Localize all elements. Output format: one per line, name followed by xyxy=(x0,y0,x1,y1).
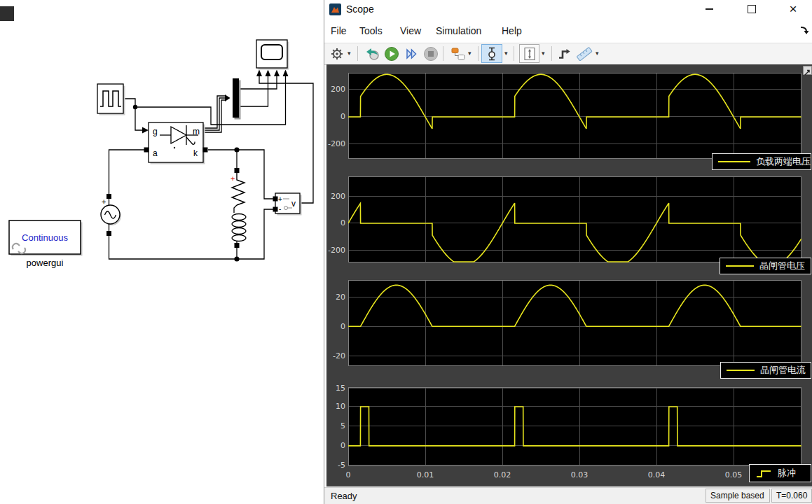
pulse-generator-block[interactable] xyxy=(97,84,125,115)
span-y-axis-button[interactable] xyxy=(519,44,539,63)
legend-pulse[interactable]: 脉冲 xyxy=(749,464,811,482)
menu-file[interactable]: File xyxy=(331,25,347,36)
settings-gear-icon xyxy=(329,46,345,62)
y-tick-label: 15 xyxy=(324,384,345,393)
span-y-axis-icon xyxy=(521,46,538,62)
simulink-hierarchy-button[interactable] xyxy=(449,45,467,62)
legend-line-sample xyxy=(726,265,754,267)
rlc-bottom-port xyxy=(235,243,240,248)
rlc-branch-block[interactable]: + xyxy=(230,168,246,248)
status-ready-text: Ready xyxy=(331,491,357,501)
x-tick-label: 0.04 xyxy=(642,470,670,479)
window-title: Scope xyxy=(346,4,374,15)
matlab-scope-icon xyxy=(329,4,341,15)
measurements-button[interactable] xyxy=(574,45,593,62)
span-dropdown-caret[interactable]: ▾ xyxy=(542,50,545,57)
maximize-button[interactable] xyxy=(743,1,761,17)
menubar-pin-icon[interactable] xyxy=(799,25,810,36)
ac-voltage-source-block[interactable]: + xyxy=(101,194,121,236)
menu-tools[interactable]: Tools xyxy=(359,25,383,36)
trigger-icon xyxy=(556,46,573,62)
x-tick-label: 0.05 xyxy=(720,470,748,479)
y-tick-label: 20 xyxy=(324,293,345,302)
x-tick-label: 0 xyxy=(334,470,362,479)
status-sample-mode: Sample based xyxy=(706,489,770,503)
settings-button[interactable] xyxy=(328,45,345,62)
port-label-a: a xyxy=(153,148,158,158)
scope-titlebar[interactable] xyxy=(324,0,812,20)
powergui-mode-text: Continuous xyxy=(22,232,68,243)
simulink-model-canvas[interactable]: g a m k xyxy=(0,0,324,504)
rlc-plus-label: + xyxy=(230,174,235,183)
y-tick-label: -200 xyxy=(324,139,345,148)
thyristor-block[interactable]: g a m k xyxy=(144,122,208,164)
legend-label: 晶闸管电压 xyxy=(759,260,805,272)
scope-block[interactable] xyxy=(256,40,289,70)
vmeter-plus-label: + xyxy=(278,195,282,203)
cursor-measurements-icon xyxy=(483,46,500,62)
y-tick-label: 0 xyxy=(324,322,345,331)
run-button[interactable] xyxy=(383,45,400,62)
vmeter-v-label: v xyxy=(291,199,296,209)
vmeter-minus-label: - xyxy=(279,205,281,213)
x-tick-label: 0.03 xyxy=(565,470,593,479)
legend-line-sample xyxy=(727,370,755,371)
y-tick-label: 0 xyxy=(324,218,345,227)
scope-plot-2[interactable] xyxy=(348,176,801,262)
step-back-icon xyxy=(364,46,381,62)
scope-plot-4[interactable] xyxy=(348,387,801,466)
port-square-a xyxy=(144,148,149,153)
step-back-button[interactable] xyxy=(364,45,381,62)
legend-thyristor-voltage[interactable]: 晶闸管电压 xyxy=(720,258,811,274)
simulink-hierarchy-icon xyxy=(450,46,467,62)
voltage-measurement-block[interactable]: + - v xyxy=(273,193,302,216)
y-tick-label: 200 xyxy=(324,192,345,201)
cursor-measurements-button[interactable] xyxy=(481,44,502,63)
hierarchy-dropdown-caret[interactable]: ▾ xyxy=(468,50,472,57)
x-tick-label: 0.02 xyxy=(488,470,516,479)
legend-label: 晶闸管电流 xyxy=(760,364,806,377)
settings-dropdown-caret[interactable]: ▾ xyxy=(347,50,351,57)
y-tick-label: 5 xyxy=(324,421,345,430)
y-tick-label: 0 xyxy=(324,112,345,121)
stop-icon xyxy=(422,46,439,62)
source-bottom-port xyxy=(106,231,111,236)
legend-load-voltage[interactable]: 负载两端电压 xyxy=(712,153,811,170)
rlc-top-port xyxy=(235,168,240,173)
stop-button[interactable] xyxy=(422,45,439,62)
inductor-icon xyxy=(232,214,246,241)
legend-line-sample xyxy=(718,161,750,162)
screen: g a m k xyxy=(0,0,812,504)
close-button[interactable]: × xyxy=(784,1,802,17)
menu-simulation[interactable]: Simulation xyxy=(436,25,481,36)
menu-help[interactable]: Help xyxy=(502,25,522,36)
partially-visible-block[interactable] xyxy=(0,6,14,21)
vmeter-minus-port xyxy=(273,207,278,212)
measurements-dropdown-caret[interactable]: ▾ xyxy=(596,50,599,57)
minimize-icon xyxy=(706,8,713,10)
canvas-pin-button[interactable] xyxy=(803,66,812,75)
y-tick-label: -5 xyxy=(324,461,345,470)
powergui-block[interactable]: Continuous powergui xyxy=(9,220,83,268)
legend-label: 脉冲 xyxy=(778,467,796,479)
trigger-button[interactable] xyxy=(556,45,573,62)
demux-block[interactable] xyxy=(233,78,241,120)
port-square-k xyxy=(203,148,208,153)
canvas-pin-icon xyxy=(804,69,811,76)
powergui-label: powergui xyxy=(27,258,64,268)
scope-plot-canvas[interactable]: 2000-2002000-200200-20151050-500.010.020… xyxy=(326,64,812,486)
step-forward-button[interactable] xyxy=(402,45,420,62)
y-tick-label: -20 xyxy=(324,351,345,360)
y-tick-label: 0 xyxy=(324,441,345,450)
run-icon xyxy=(383,46,400,62)
port-label-g: g xyxy=(153,127,158,136)
port-label-k: k xyxy=(193,148,198,158)
status-sim-time: T=0.060 xyxy=(771,489,812,503)
scope-plot-1[interactable] xyxy=(348,73,801,159)
cursor-dropdown-caret[interactable]: ▾ xyxy=(504,50,508,57)
minimize-button[interactable] xyxy=(700,1,718,17)
menu-view[interactable]: View xyxy=(400,25,421,36)
legend-thyristor-current[interactable]: 晶闸管电流 xyxy=(720,362,811,379)
y-tick-label: 200 xyxy=(324,85,345,94)
scope-plot-3[interactable] xyxy=(348,280,801,366)
